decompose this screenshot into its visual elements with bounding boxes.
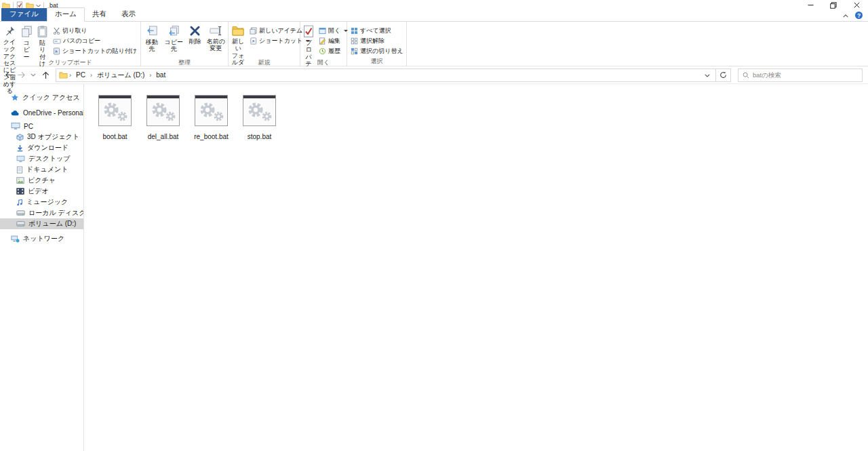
properties-icon — [303, 25, 314, 38]
paste-shortcut-button[interactable]: ショートカットの貼り付け — [50, 46, 140, 56]
breadcrumb-separator: › — [89, 72, 94, 79]
invert-selection-button[interactable]: 選択の切り替え — [348, 46, 406, 56]
properties-button[interactable]: プロパティ — [301, 22, 316, 58]
sidebar-label: ボリューム (D:) — [28, 219, 76, 229]
history-icon — [319, 47, 326, 55]
select-all-icon — [351, 27, 358, 35]
sidebar-item-downloads[interactable]: ダウンロード — [0, 142, 83, 153]
file-name: del_all.bat — [148, 133, 179, 140]
minimize-icon — [808, 2, 814, 8]
breadcrumb-volume-d[interactable]: ボリューム (D:) — [94, 71, 148, 80]
forward-button[interactable] — [15, 69, 27, 81]
clipboard-small-buttons: 切り取り パスのコピー ショートカットの貼り付け — [50, 22, 140, 56]
pin-to-quick-access-button[interactable]: クイック アクセス にピン留めする — [1, 22, 18, 58]
gear-icon — [261, 111, 273, 122]
open-button[interactable]: 開く — [316, 26, 351, 36]
open-small-buttons: 開く 編集 履歴 — [316, 22, 351, 56]
tab-file[interactable]: ファイル — [1, 8, 47, 21]
video-icon — [16, 188, 24, 195]
search-input[interactable] — [753, 71, 858, 79]
select-all-button[interactable]: すべて選択 — [348, 26, 406, 36]
tab-home[interactable]: ホーム — [47, 7, 85, 22]
file-name: stop.bat — [248, 133, 272, 140]
cut-icon — [53, 27, 60, 35]
titlebar-separator — [43, 2, 44, 8]
collapse-ribbon-chevron-icon[interactable] — [843, 12, 848, 19]
sidebar-label: PC — [24, 123, 33, 130]
paste-button[interactable]: 貼り付け — [35, 22, 50, 58]
breadcrumb-pc[interactable]: PC — [73, 71, 89, 79]
address-bar[interactable]: › PC › ボリューム (D:) › bat — [56, 68, 716, 82]
history-button[interactable]: 履歴 — [316, 46, 351, 56]
edit-icon — [319, 37, 326, 45]
breadcrumb-bat[interactable]: bat — [153, 71, 169, 79]
sidebar-item-videos[interactable]: ビデオ — [0, 186, 83, 197]
desktop-icon — [16, 155, 25, 163]
address-dropdown-chevron[interactable] — [702, 71, 713, 79]
sidebar-item-pictures[interactable]: ピクチャ — [0, 175, 83, 186]
copy-path-icon — [53, 38, 61, 45]
sidebar-item-music[interactable]: ミュージック — [0, 197, 83, 208]
copy-to-button[interactable]: コピー先 — [162, 22, 186, 58]
new-item-icon — [250, 27, 257, 35]
sidebar-item-documents[interactable]: ドキュメント — [0, 164, 83, 175]
sidebar-item-3d-objects[interactable]: 3D オブジェクト — [0, 132, 83, 142]
up-button[interactable] — [39, 69, 52, 81]
delete-button[interactable]: 削除 — [186, 22, 205, 58]
picture-icon — [16, 177, 24, 184]
minimize-button[interactable] — [799, 0, 822, 10]
refresh-button[interactable] — [716, 68, 731, 82]
sidebar-item-network[interactable]: ネットワーク — [0, 233, 83, 244]
sidebar-item-local-disk-c[interactable]: ローカル ディスク (C:) — [0, 208, 83, 218]
forward-icon — [17, 71, 26, 79]
back-button[interactable] — [3, 69, 15, 81]
file-list-area[interactable]: boot.bat del_all.bat re_boot.bat — [84, 84, 868, 451]
rename-icon — [210, 25, 222, 37]
cut-button[interactable]: 切り取り — [50, 26, 140, 36]
select-none-icon — [351, 37, 358, 45]
tab-view[interactable]: 表示 — [114, 8, 143, 21]
recent-locations-chevron[interactable] — [27, 69, 39, 81]
paste-shortcut-icon — [53, 47, 60, 55]
download-arrow-icon — [16, 144, 24, 152]
sidebar-item-volume-d[interactable]: ボリューム (D:) — [0, 218, 83, 229]
sidebar-item-desktop[interactable]: デスクトップ — [0, 153, 83, 164]
paste-shortcut-label: ショートカットの貼り付け — [62, 47, 137, 56]
copy-icon — [20, 25, 33, 38]
file-item-boot[interactable]: boot.bat — [91, 95, 139, 140]
gear-icon — [165, 111, 176, 122]
invert-selection-icon — [351, 47, 358, 55]
rename-button[interactable]: 名前の 変更 — [205, 22, 227, 58]
edit-button[interactable]: 編集 — [316, 36, 351, 46]
ribbon-group-clipboard: クイック アクセス にピン留めする コピー 貼り付け 切り取り パスのコピー — [0, 22, 141, 66]
restore-button[interactable] — [822, 0, 845, 10]
select-all-label: すべて選択 — [360, 26, 391, 35]
sidebar-label: ミュージック — [26, 197, 68, 207]
delete-label: 削除 — [189, 38, 201, 45]
select-none-button[interactable]: 選択解除 — [348, 36, 406, 46]
tab-share[interactable]: 共有 — [85, 8, 114, 21]
help-icon[interactable]: ? — [855, 12, 863, 19]
file-item-del-all[interactable]: del_all.bat — [139, 95, 187, 140]
ribbon-group-organize: 移動先 コピー先 削除 名前の 変更 整理 — [141, 22, 229, 66]
ribbon: クイック アクセス にピン留めする コピー 貼り付け 切り取り パスのコピー — [0, 22, 868, 66]
navigation-pane: クイック アクセス OneDrive - Personal PC 3D オブジェ… — [0, 84, 84, 451]
chevron-down-icon — [31, 73, 36, 77]
file-item-stop[interactable]: stop.bat — [235, 95, 283, 140]
sidebar-item-quick-access[interactable]: クイック アクセス — [0, 92, 83, 103]
copy-path-button[interactable]: パスのコピー — [50, 36, 140, 46]
search-box[interactable] — [738, 68, 863, 82]
select-small-buttons: すべて選択 選択解除 選択の切り替え — [348, 22, 406, 56]
refresh-icon — [719, 71, 727, 79]
new-folder-button[interactable]: 新しい フォルダー — [229, 22, 247, 58]
sidebar-item-pc[interactable]: PC — [0, 121, 83, 132]
copy-button[interactable]: コピー — [18, 22, 35, 58]
file-item-re-boot[interactable]: re_boot.bat — [187, 95, 235, 140]
cube-icon — [16, 134, 24, 141]
close-button[interactable] — [845, 0, 868, 10]
sidebar-label: OneDrive - Personal — [23, 109, 83, 117]
new-folder-icon — [231, 25, 245, 37]
back-icon — [5, 71, 14, 79]
move-to-button[interactable]: 移動先 — [142, 22, 162, 58]
sidebar-item-onedrive[interactable]: OneDrive - Personal — [0, 107, 83, 118]
